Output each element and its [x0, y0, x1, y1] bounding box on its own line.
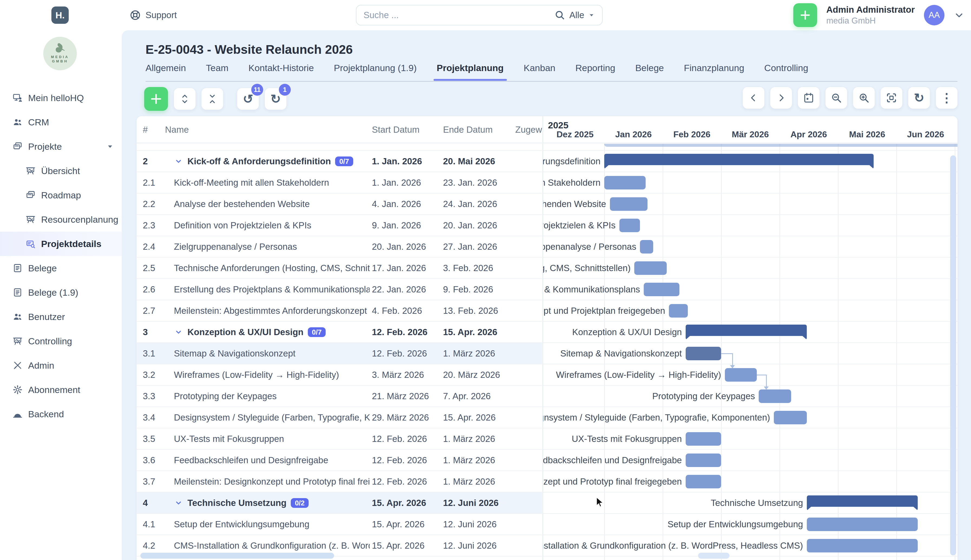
table-row-2.4[interactable]: 2.4Zielgruppenanalyse / Personas20. Jan.…	[137, 236, 542, 258]
table-row-3.7[interactable]: 3.7Meilenstein: Designkonzept und Protot…	[137, 471, 542, 492]
gantt-bar-2[interactable]	[604, 154, 874, 169]
gantt-bar-2.7[interactable]	[669, 304, 688, 318]
table-row-2.3[interactable]: 2.3Definition von Projektzielen & KPIs9.…	[137, 215, 542, 236]
column-header-name[interactable]: Name	[165, 116, 189, 143]
tab-team[interactable]: Team	[206, 63, 228, 80]
sidebar-item-crm[interactable]: CRM	[0, 110, 122, 134]
gantt-bar-1[interactable]	[604, 144, 958, 147]
today-button[interactable]	[798, 87, 819, 108]
gantt-bar-3.7[interactable]	[686, 475, 721, 488]
row-chevron-down-icon[interactable]	[174, 157, 183, 166]
table-row-3.1[interactable]: 3.1Sitemap & Navigationskonzept12. Feb. …	[137, 343, 542, 364]
sidebar-item-projekte[interactable]: Projekte	[0, 134, 122, 158]
user-menu-chevron-icon[interactable]	[954, 10, 964, 20]
gantt-vertical-scrollbar[interactable]	[950, 155, 956, 555]
gantt-horizontal-scrollbar[interactable]	[698, 553, 729, 558]
column-header-startdatum[interactable]: Start Datum	[372, 116, 419, 143]
user-block[interactable]: Admin Administrator media GmbH	[826, 5, 915, 26]
gantt-bar-2.4[interactable]	[640, 240, 653, 253]
tab-kontakt-historie[interactable]: Kontakt-Historie	[248, 63, 314, 80]
tab-finanzplanung[interactable]: Finanzplanung	[684, 63, 744, 80]
table-row-1[interactable]: 1Administration1. Jan. 202631. Dez. 2026	[137, 144, 542, 151]
tab-reporting[interactable]: Reporting	[575, 63, 615, 80]
gantt-bar-3.3[interactable]	[759, 390, 791, 403]
zoom-out-button[interactable]	[826, 87, 847, 108]
table-row-3.4[interactable]: 3.4Designsystem / Styleguide (Farben, Ty…	[137, 407, 542, 428]
table-row-3.3[interactable]: 3.3Prototyping der Keypages21. März 2026…	[137, 386, 542, 407]
expand-all-button[interactable]	[174, 88, 196, 110]
more-options-button[interactable]: ⋮	[936, 87, 958, 108]
sidebar-item-mein-hellohq[interactable]: Mein helloHQ	[0, 86, 122, 110]
column-header-endedatum[interactable]: Ende Datum	[443, 116, 493, 143]
table-horizontal-scrollbar[interactable]	[140, 553, 334, 558]
table-row-2.5[interactable]: 2.5Technische Anforderungen (Hosting, CM…	[137, 258, 542, 279]
gantt-bar-3.5[interactable]	[686, 432, 721, 446]
company-avatar[interactable]: MEDIA GMBH	[43, 37, 77, 70]
table-row-2.6[interactable]: 2.6Erstellung des Projektplans & Kommuni…	[137, 279, 542, 300]
gantt-bar-4[interactable]	[807, 495, 918, 510]
column-header-zugewiesen[interactable]: Zugewiesen	[515, 116, 542, 143]
tab-projektplanung-1-9-[interactable]: Projektplanung (1.9)	[334, 63, 416, 80]
table-row-2[interactable]: 2Kick-off & Anforderungsdefinition0/71. …	[137, 151, 542, 172]
gantt-bar-2.1[interactable]	[604, 176, 646, 190]
gantt-toolbar-right: ↻⋮	[743, 87, 958, 108]
sidebar-item-abonnement[interactable]: Abonnement	[0, 378, 122, 402]
table-row-3.2[interactable]: 3.2Wireframes (Low-Fidelity → High-Fidel…	[137, 364, 542, 386]
zoom-in-button[interactable]	[853, 87, 875, 108]
table-row-3.6[interactable]: 3.6Feedbackschleifen und Designfreigabe1…	[137, 450, 542, 471]
gantt-bar-3.6[interactable]	[686, 453, 721, 467]
row-chevron-down-icon[interactable]	[174, 328, 183, 337]
gantt-bar-2.5[interactable]	[634, 262, 667, 275]
gantt-bar-4.1[interactable]	[807, 518, 918, 531]
table-row-2.7[interactable]: 2.7Meilenstein: Abgestimmtes Anforderung…	[137, 300, 542, 322]
tab-kanban[interactable]: Kanban	[524, 63, 555, 80]
tab-projektplanung[interactable]: Projektplanung	[437, 63, 504, 80]
sidebar-item-belege-19[interactable]: Belege (1.9)	[0, 280, 122, 305]
gantt-bar-2.3[interactable]	[619, 218, 640, 232]
redo-button[interactable]: ↻1	[265, 88, 286, 110]
gantt-bar-3.4[interactable]	[774, 411, 807, 424]
undo-button[interactable]: ↺11	[237, 88, 259, 110]
gantt-bar-2.2[interactable]	[610, 197, 647, 211]
support-button[interactable]: Support	[129, 0, 177, 30]
sidebar-item-projektdetails[interactable]: Projektdetails	[0, 232, 122, 256]
sidebar-item-backend[interactable]: Backend	[0, 402, 122, 426]
tab-controlling[interactable]: Controlling	[764, 63, 809, 80]
row-chevron-down-icon[interactable]	[174, 498, 183, 508]
search-input[interactable]	[364, 10, 554, 20]
sidebar-item-controlling[interactable]: Controlling	[0, 329, 122, 353]
column-header-#[interactable]: #	[143, 116, 148, 143]
user-avatar[interactable]: AA	[924, 5, 944, 25]
add-task-button[interactable]	[144, 87, 168, 111]
table-row-4.1[interactable]: 4.1Setup der Entwicklungsumgebung15. Apr…	[137, 514, 542, 535]
row-chevron-down-icon[interactable]	[241, 144, 251, 145]
collapse-all-button[interactable]	[202, 88, 223, 110]
search-scope-dropdown[interactable]: Alle	[554, 10, 595, 21]
scroll-left-button[interactable]	[743, 87, 764, 108]
fit-screen-button[interactable]	[881, 87, 902, 108]
table-row-4[interactable]: 4Technische Umsetzung0/215. Apr. 202612.…	[137, 492, 542, 514]
table-row-3.5[interactable]: 3.5UX-Tests mit Fokusgruppen12. Feb. 202…	[137, 428, 542, 450]
sidebar-item-benutzer[interactable]: Benutzer	[0, 305, 122, 329]
sidebar-item-resourcenplanung[interactable]: Resourcenplanung	[0, 207, 122, 232]
gantt-bar-3[interactable]	[686, 325, 807, 340]
global-add-button[interactable]	[793, 3, 817, 27]
tab-allgemein[interactable]: Allgemein	[145, 63, 186, 80]
scroll-right-button[interactable]	[770, 87, 792, 108]
gantt-bar-3.1[interactable]	[686, 347, 721, 360]
sidebar-item-belege[interactable]: Belege	[0, 256, 122, 280]
hellohq-logo[interactable]: H.	[52, 7, 69, 24]
table-row-2.1[interactable]: 2.1Kick-off-Meeting mit allen Stakeholde…	[137, 172, 542, 193]
table-row-3[interactable]: 3Konzeption & UX/UI Design0/712. Feb. 20…	[137, 322, 542, 343]
table-row-2.2[interactable]: 2.2Analyse der bestehenden Website4. Jan…	[137, 193, 542, 215]
sidebar-item-admin[interactable]: Admin	[0, 353, 122, 378]
gantt-bar-2.6[interactable]	[644, 283, 679, 296]
refresh-button[interactable]: ↻	[908, 87, 930, 108]
tab-belege[interactable]: Belege	[635, 63, 664, 80]
sidebar-item-roadmap[interactable]: Roadmap	[0, 183, 122, 207]
gantt-bar-3.2[interactable]	[725, 368, 757, 382]
sidebar-item-uebersicht[interactable]: Übersicht	[0, 158, 122, 183]
gantt-bar-4.2[interactable]	[807, 539, 918, 552]
task-name-cell: Technische Anforderungen (Hosting, CMS, …	[174, 258, 370, 278]
task-start-date: 4. Jan. 2026	[372, 193, 440, 214]
